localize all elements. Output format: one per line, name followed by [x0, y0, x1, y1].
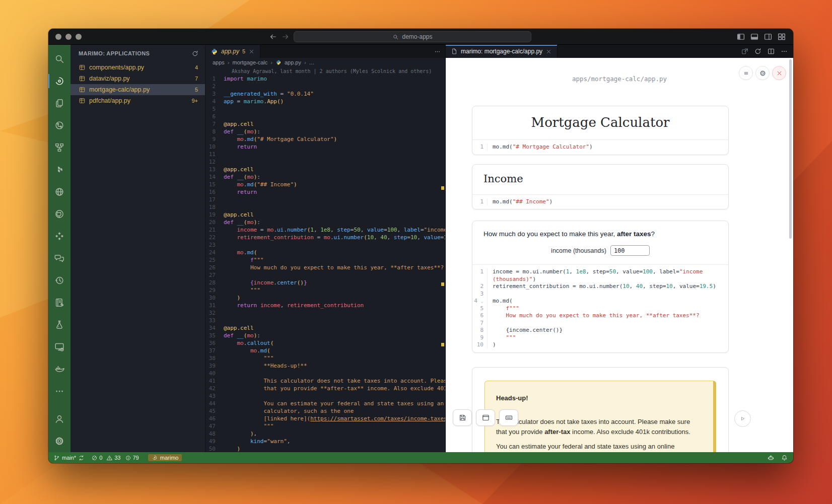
- breadcrumb-item[interactable]: mortgage-calc: [233, 59, 268, 65]
- reload-webview-icon[interactable]: [754, 47, 762, 55]
- breadcrumb-separator: ›: [304, 59, 306, 65]
- activity-item-github[interactable]: [48, 203, 71, 225]
- open-external-icon[interactable]: [741, 47, 749, 55]
- breadcrumb-item[interactable]: apps: [213, 59, 225, 65]
- toggle-panel-icon[interactable]: [750, 32, 759, 41]
- zoom-window-button[interactable]: [76, 34, 82, 40]
- line-number: 9: [472, 334, 488, 342]
- keyboard-icon: [505, 413, 513, 422]
- close-tab-icon[interactable]: [545, 48, 552, 55]
- refresh-icon[interactable]: [191, 50, 199, 57]
- more-actions-icon[interactable]: [780, 47, 788, 55]
- code-line: 48 ),: [205, 430, 445, 438]
- copilot-icon[interactable]: [767, 454, 775, 462]
- sidebar-header: MARIMO: APPLICATIONS: [71, 45, 205, 62]
- activity-item-hierarchy[interactable]: [48, 136, 71, 159]
- shutdown-button[interactable]: [772, 66, 786, 80]
- file-label: dataviz/app.py: [89, 75, 130, 82]
- sidebar-file-pdfchat-app-py[interactable]: pdfchat/app.py9+: [71, 95, 205, 106]
- sidebar-file-components-app-py[interactable]: components/app.py4: [71, 62, 205, 73]
- callout-paragraph: You can estimate your federal and state …: [496, 442, 702, 453]
- workbench: MARIMO: APPLICATIONS components/app.py4d…: [48, 45, 793, 452]
- sidebar-file-mortgage-calc-app-py[interactable]: mortgage-calc/app.py5: [71, 84, 205, 95]
- split-editor-icon[interactable]: [767, 47, 775, 55]
- sidebar-file-dataviz-app-py[interactable]: dataviz/app.py7: [71, 73, 205, 84]
- activity-bar-spacer: [48, 402, 71, 408]
- webview-code-line: 1mo.md("## Income"): [472, 198, 728, 206]
- activity-item-docker[interactable]: [48, 358, 71, 380]
- nav-back-button[interactable]: [268, 32, 278, 41]
- nav-forward-button[interactable]: [281, 32, 290, 41]
- menu-button[interactable]: [739, 66, 753, 80]
- close-window-button[interactable]: [55, 34, 61, 40]
- line-number: 27: [205, 271, 224, 279]
- income-number-input[interactable]: [610, 245, 650, 256]
- activity-item-marimo[interactable]: [48, 70, 71, 92]
- cell-code[interactable]: 1mo.md("## Income"): [472, 194, 728, 209]
- line-number: 14: [205, 173, 224, 181]
- activity-item-run-circle[interactable]: [48, 114, 71, 136]
- hint-count: 79: [133, 455, 139, 461]
- history-icon: [54, 275, 65, 286]
- minimize-window-button[interactable]: [65, 34, 72, 40]
- activity-item-remote-display[interactable]: [48, 336, 71, 358]
- activity-item-notebook[interactable]: [48, 292, 71, 314]
- cell-title: Mortgage Calculator 1mo.md("# Mortgage C…: [472, 106, 729, 155]
- line-number: 21: [205, 226, 224, 234]
- tab-app-py[interactable]: app.py 5: [205, 45, 260, 58]
- activity-item-terraform[interactable]: [48, 159, 71, 181]
- titlebar[interactable]: demo-apps: [48, 29, 793, 45]
- activity-item-globe[interactable]: [48, 181, 71, 203]
- activity-item-comments[interactable]: [48, 247, 71, 269]
- close-tab-icon[interactable]: [248, 48, 255, 55]
- activity-item-more[interactable]: [48, 380, 71, 402]
- command-center-search[interactable]: demo-apps: [294, 31, 531, 42]
- code-line: 13@app.cell: [205, 166, 445, 173]
- cell-code[interactable]: 1income = mo.ui.number(1, 1e8, step=50, …: [472, 264, 728, 352]
- line-number: 47: [205, 422, 224, 430]
- notifications-bell-icon[interactable]: [781, 454, 788, 462]
- comments-icon: [54, 253, 65, 264]
- breadcrumb-separator: ›: [270, 59, 272, 65]
- marimo-status-chip[interactable]: marimo: [148, 454, 182, 461]
- breadcrumb-item[interactable]: app.py: [285, 59, 301, 65]
- activity-item-testing[interactable]: [48, 314, 71, 336]
- line-number: 8: [472, 327, 488, 334]
- code-editor[interactable]: Akshay Agrawal, last month | 2 authors (…: [205, 66, 445, 452]
- run-cell-button[interactable]: [734, 410, 751, 427]
- line-number: 2: [472, 283, 488, 291]
- editor-tab-bar: app.py 5: [205, 45, 445, 58]
- app-settings-button[interactable]: [755, 66, 770, 80]
- editor-actions-more-icon[interactable]: [434, 48, 441, 55]
- gear-icon: [759, 69, 767, 77]
- open-in-browser-button[interactable]: [476, 409, 495, 426]
- webview-code-line: (thousands)"): [472, 276, 728, 283]
- webview-scrollbar[interactable]: [789, 59, 792, 239]
- browser-icon: [481, 413, 490, 422]
- breadcrumb[interactable]: apps › mortgage-calc › app.py › …: [205, 58, 445, 66]
- toggle-secondary-sidebar-icon[interactable]: [764, 32, 773, 41]
- activity-item-account[interactable]: [48, 408, 71, 430]
- code-line: 8def __(mo):: [205, 128, 445, 135]
- toggle-sidebar-icon[interactable]: [736, 32, 745, 41]
- breadcrumb-item[interactable]: …: [309, 59, 315, 65]
- activity-item-diamonds[interactable]: [48, 225, 71, 247]
- cell-income-input: How much do you expect to make this year…: [472, 221, 729, 353]
- search-icon: [54, 53, 65, 64]
- code-line: 2: [205, 83, 445, 90]
- tab-marimo-webview[interactable]: marimo: mortgage-calc/app.py: [446, 45, 558, 58]
- shortcuts-button[interactable]: [499, 409, 518, 426]
- save-button[interactable]: [453, 409, 472, 426]
- activity-item-pages[interactable]: [48, 92, 71, 114]
- activity-item-settings[interactable]: [48, 430, 71, 452]
- code-line: 37 mo.md(: [205, 347, 445, 354]
- line-number: 24: [205, 249, 224, 256]
- git-branch-status[interactable]: main*: [53, 455, 85, 461]
- activity-item-search[interactable]: [48, 48, 71, 70]
- customize-layout-icon[interactable]: [777, 32, 786, 41]
- problems-status[interactable]: 0 33 79: [91, 455, 142, 461]
- git-blame-annotation[interactable]: Akshay Agrawal, last month | 2 authors (…: [205, 67, 445, 75]
- cell-code[interactable]: 1mo.md("# Mortgage Calculator"): [472, 139, 728, 155]
- activity-item-history[interactable]: [48, 269, 71, 292]
- line-number: 7: [205, 120, 224, 128]
